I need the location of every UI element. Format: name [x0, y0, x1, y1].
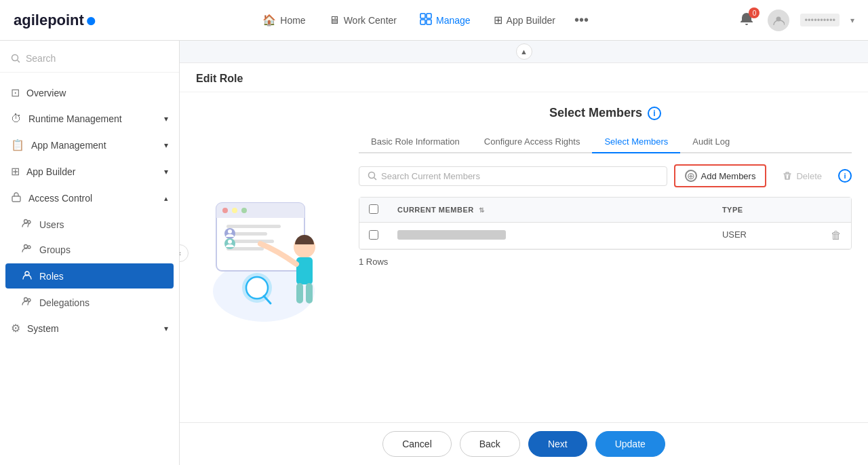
- user-dropdown-icon[interactable]: ▾: [850, 16, 854, 25]
- tab-audit-log[interactable]: Audit Log: [680, 131, 742, 153]
- svg-rect-2: [420, 20, 425, 24]
- nav-work-center[interactable]: 🖥 Work Center: [319, 9, 406, 32]
- monitor-icon: 🖥: [329, 14, 340, 26]
- table-toolbar: Search Current Members ⊕ Add Members Del…: [359, 164, 852, 187]
- sidebar-groups-label: Groups: [39, 244, 71, 255]
- rows-count: 1 Rows: [359, 250, 852, 269]
- nav-right: 0 •••••••••• ▾: [736, 9, 854, 31]
- nav-more-button[interactable]: •••: [569, 10, 594, 31]
- sidebar-item-roles[interactable]: Roles: [5, 263, 174, 289]
- sidebar-item-access-control[interactable]: Access Control ▴: [0, 185, 179, 212]
- row-checkbox-cell: [359, 223, 388, 249]
- roles-icon: [22, 269, 33, 282]
- svg-rect-6: [12, 196, 20, 202]
- access-control-icon: [11, 191, 22, 205]
- manage-icon: [420, 13, 432, 28]
- svg-rect-30: [296, 257, 313, 284]
- tab-basic-role-info[interactable]: Basic Role Information: [359, 131, 472, 153]
- sidebar-search-label: Search: [26, 53, 56, 64]
- logo-text: agilepoint: [14, 12, 84, 29]
- nav-links: 🏠 Home 🖥 Work Center Manage ⊞ App Builde…: [131, 7, 717, 33]
- toolbar-info-icon[interactable]: i: [838, 169, 852, 183]
- user-avatar[interactable]: [768, 10, 789, 31]
- svg-point-28: [228, 240, 232, 244]
- sidebar: Search ⊡ Overview ⏱ Runtime Management ▾…: [0, 41, 180, 465]
- row-checkbox[interactable]: [369, 230, 378, 240]
- next-button[interactable]: Next: [528, 431, 587, 457]
- svg-point-5: [12, 55, 18, 61]
- svg-point-26: [228, 229, 232, 234]
- search-members-input[interactable]: Search Current Members: [359, 166, 667, 186]
- delete-button[interactable]: Delete: [773, 167, 831, 185]
- panel-title: Select Members: [549, 106, 642, 120]
- svg-rect-0: [420, 14, 425, 18]
- add-members-label: Add Members: [701, 171, 756, 181]
- cancel-button[interactable]: Cancel: [382, 431, 452, 457]
- sidebar-item-users[interactable]: Users: [0, 212, 179, 237]
- select-all-checkbox[interactable]: [369, 204, 378, 214]
- svg-point-18: [222, 208, 228, 213]
- sidebar-item-runtime-label: Runtime Management: [28, 113, 122, 124]
- back-button[interactable]: Back: [460, 431, 520, 457]
- tabs-bar: Basic Role Information Configure Access …: [359, 131, 852, 153]
- form-panel: Select Members i Basic Role Information …: [359, 106, 852, 409]
- sidebar-item-delegations[interactable]: Delegations: [0, 290, 179, 315]
- add-circle-icon: ⊕: [685, 170, 697, 182]
- nav-home[interactable]: 🏠 Home: [253, 8, 315, 32]
- sidebar-item-groups[interactable]: Groups: [0, 237, 179, 262]
- trash-icon: [783, 171, 792, 181]
- logo-dot: ●: [85, 10, 97, 31]
- sidebar-roles-label: Roles: [39, 271, 64, 282]
- row-delete-button[interactable]: 🗑: [831, 229, 842, 242]
- panel-info-icon[interactable]: i: [648, 107, 661, 120]
- overview-icon: ⊡: [11, 86, 20, 99]
- sidebar-item-overview-label: Overview: [26, 88, 66, 98]
- svg-rect-17: [216, 212, 304, 218]
- chevron-up-button[interactable]: ▲: [516, 43, 532, 60]
- sidebar-item-overview[interactable]: ⊡ Overview: [0, 79, 179, 106]
- sidebar-item-app-management[interactable]: 📋 App Management ▾: [0, 132, 179, 158]
- members-table: CURRENT MEMBER ⇅ TYPE: [359, 198, 851, 249]
- member-type-cell: USER 🗑: [713, 223, 851, 249]
- sidebar-item-system[interactable]: ⚙ System ▾: [0, 315, 179, 341]
- sort-icon[interactable]: ⇅: [479, 206, 485, 214]
- member-name-cell: [388, 223, 713, 249]
- sidebar-item-system-label: System: [27, 323, 59, 334]
- add-members-button[interactable]: ⊕ Add Members: [674, 164, 767, 187]
- sidebar-app-builder-icon: ⊞: [11, 165, 20, 178]
- svg-point-13: [28, 299, 31, 301]
- sidebar-item-runtime-management[interactable]: ⏱ Runtime Management ▾: [0, 106, 179, 132]
- sidebar-search[interactable]: Search: [0, 48, 179, 73]
- svg-point-9: [24, 245, 28, 248]
- page-footer: Cancel Back Next Update: [180, 422, 868, 465]
- page-title: Edit Role: [196, 73, 243, 84]
- nav-manage[interactable]: Manage: [410, 7, 480, 33]
- home-icon: 🏠: [262, 14, 276, 26]
- runtime-icon: ⏱: [11, 113, 22, 125]
- illustration-svg: [203, 183, 338, 332]
- nav-app-builder-label: App Builder: [507, 15, 555, 26]
- main-layout: Search ⊡ Overview ⏱ Runtime Management ▾…: [0, 41, 868, 465]
- top-chevron-bar: ▲: [180, 41, 868, 63]
- app-builder-arrow-icon: ▾: [164, 167, 168, 176]
- users-icon: [22, 218, 33, 231]
- table-header-checkbox-col: [359, 198, 388, 223]
- svg-point-20: [241, 208, 247, 213]
- svg-point-8: [28, 221, 31, 223]
- notification-button[interactable]: 0: [736, 9, 757, 31]
- app-logo[interactable]: agilepoint●: [14, 10, 97, 31]
- sidebar-delegations-label: Delegations: [39, 297, 90, 308]
- sidebar-section: ⊡ Overview ⏱ Runtime Management ▾ 📋 App …: [0, 77, 179, 344]
- page-header: Edit Role: [180, 63, 868, 92]
- nav-work-center-label: Work Center: [344, 15, 397, 26]
- tab-select-members[interactable]: Select Members: [592, 131, 680, 153]
- illustration-panel: [196, 106, 345, 409]
- update-button[interactable]: Update: [595, 431, 665, 457]
- sidebar-item-app-builder[interactable]: ⊞ App Builder ▾: [0, 158, 179, 185]
- tab-configure-access[interactable]: Configure Access Rights: [472, 131, 593, 153]
- sidebar-item-app-management-label: App Management: [31, 140, 106, 151]
- delete-label: Delete: [796, 171, 822, 181]
- sidebar-users-label: Users: [39, 219, 64, 230]
- nav-app-builder[interactable]: ⊞ App Builder: [484, 8, 565, 32]
- search-members-placeholder: Search Current Members: [381, 171, 480, 181]
